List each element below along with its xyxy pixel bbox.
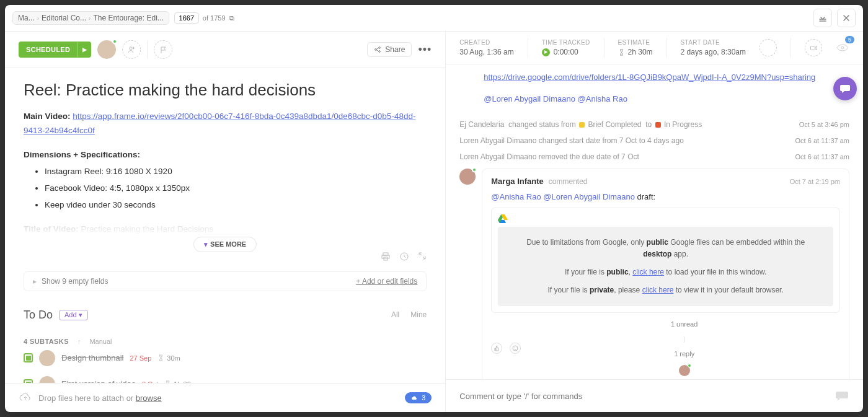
subtask-count: 4 SUBTASKS xyxy=(24,338,69,345)
share-button[interactable]: Share xyxy=(367,42,412,57)
close-button[interactable] xyxy=(837,9,856,27)
expand-icon[interactable] xyxy=(418,252,427,261)
sort-arrow-icon[interactable]: ↑ xyxy=(78,338,81,345)
svg-point-0 xyxy=(130,47,132,50)
activity-icon[interactable] xyxy=(399,252,409,261)
presence-dot-icon xyxy=(112,39,117,44)
page-of-label: of 1759 xyxy=(203,14,226,22)
add-assignee-button[interactable] xyxy=(122,40,141,59)
task-pager: of 1759 ⧉ xyxy=(174,12,234,24)
subtask-due[interactable]: 27 Sep xyxy=(130,354,151,362)
mention[interactable]: @Loren Abygail Dimaano xyxy=(484,94,575,103)
open-new-icon[interactable]: ⧉ xyxy=(229,14,234,22)
hourglass-icon xyxy=(164,380,171,383)
more-menu-button[interactable]: ••• xyxy=(418,43,432,56)
unread-count[interactable]: 1 unread xyxy=(671,320,698,328)
caret-right-icon[interactable]: ▶ xyxy=(78,42,91,57)
drive-link[interactable]: https://drive.google.com/drive/folders/1… xyxy=(484,72,815,82)
mention[interactable]: @Anisha Rao xyxy=(578,94,627,103)
main-video-link[interactable]: https://app.frame.io/reviews/2f00cb00-06… xyxy=(24,112,415,135)
crumb-space[interactable]: Editorial Co... xyxy=(42,14,86,22)
comment-author[interactable]: Marga Infante xyxy=(491,177,544,186)
activity-time: Oct 6 at 11:37 am xyxy=(795,137,849,144)
activity-time: Oct 6 at 11:37 am xyxy=(795,153,849,160)
task-title[interactable]: Reel: Practice making the hard decisions xyxy=(24,81,427,100)
subtask-row[interactable]: Design thumbnail 27 Sep 30m xyxy=(24,345,427,371)
watchers-button[interactable]: 5 xyxy=(836,41,849,55)
attachments-dropzone[interactable]: Drop files here to attach or browse 3 xyxy=(5,383,445,412)
status-swatch-icon xyxy=(655,122,661,128)
add-fields-button[interactable]: + Add or edit fields xyxy=(356,277,417,286)
svg-point-12 xyxy=(516,348,516,348)
show-empty-fields[interactable]: Show 9 empty fields xyxy=(42,277,108,286)
sort-mode[interactable]: Manual xyxy=(89,338,112,345)
embed-private-link[interactable]: click here xyxy=(642,286,674,294)
reply-count[interactable]: 1 reply xyxy=(674,350,694,358)
subtask-due[interactable]: 8 Oct xyxy=(142,380,158,383)
estimate-label: ESTIMATE xyxy=(618,39,653,46)
hourglass-icon xyxy=(618,49,625,56)
activity-row: Loren Abygail Dimaano removed the due da… xyxy=(459,152,849,161)
mention[interactable]: @Anisha Rao xyxy=(491,192,541,201)
crumb-list[interactable]: The Entourage: Edi... xyxy=(93,14,163,22)
time-tracked-label: TIME TRACKED xyxy=(542,39,590,46)
status-swatch-icon xyxy=(579,122,585,128)
comment-send-icon[interactable] xyxy=(835,388,849,403)
record-clip-button[interactable] xyxy=(805,39,822,56)
subtask-avatar[interactable] xyxy=(39,376,55,383)
reply-avatar[interactable] xyxy=(679,365,690,376)
person-plus-icon xyxy=(127,45,136,54)
thumbs-up-icon[interactable] xyxy=(491,343,502,354)
print-icon[interactable] xyxy=(381,252,391,261)
embed-preview: Due to limitations from Google, only pub… xyxy=(491,208,840,314)
breadcrumb: Ma... › Editorial Co... › The Entourage:… xyxy=(12,11,169,25)
comment-input[interactable] xyxy=(459,392,835,401)
play-icon[interactable] xyxy=(542,48,550,56)
subtask-row[interactable]: First version of video 8 Oct 1h 30m xyxy=(24,371,427,383)
cloud-icon xyxy=(411,395,418,402)
created-value: 30 Aug, 1:36 am xyxy=(459,48,513,56)
svg-rect-4 xyxy=(383,253,388,255)
chevron-right-icon: › xyxy=(37,15,39,22)
svg-rect-8 xyxy=(810,46,815,50)
comment-excerpt: https://drive.google.com/drive/folders/1… xyxy=(479,71,849,113)
todo-heading: To Do xyxy=(24,309,53,322)
embed-public-link[interactable]: click here xyxy=(632,268,664,276)
tray-down-icon xyxy=(818,14,827,22)
estimate-value[interactable]: 2h 30m xyxy=(618,48,653,56)
filter-all[interactable]: All xyxy=(391,310,399,319)
filter-mine[interactable]: Mine xyxy=(410,310,427,319)
assignee-avatar[interactable] xyxy=(97,40,116,59)
comment: Marga Infante commented Oct 7 at 2:19 pm… xyxy=(459,169,849,379)
checkbox-checked-icon[interactable] xyxy=(24,379,33,383)
share-icon xyxy=(374,46,381,53)
status-button[interactable]: SCHEDULED ▶ xyxy=(19,42,91,58)
comment-avatar[interactable] xyxy=(459,169,476,185)
start-date-value[interactable]: 2 days ago, 8:30am xyxy=(681,48,746,56)
see-more-button[interactable]: ▾SEE MORE xyxy=(193,237,257,252)
attachment-count-pill[interactable]: 3 xyxy=(405,392,432,403)
chevron-right-icon[interactable]: ▸ xyxy=(33,277,37,286)
page-index-input[interactable] xyxy=(174,12,199,24)
subtask-name[interactable]: Design thumbnail xyxy=(61,353,123,362)
subtask-avatar[interactable] xyxy=(39,350,55,366)
add-subtask-button[interactable]: Add ▾ xyxy=(59,310,88,320)
chevron-right-icon: › xyxy=(89,15,91,22)
svg-point-9 xyxy=(841,46,844,49)
svg-point-10 xyxy=(513,346,518,351)
mention[interactable]: @Loren Abygail Dimaano xyxy=(543,192,635,201)
crumb-workspace[interactable]: Ma... xyxy=(18,14,35,22)
priority-flag-button[interactable] xyxy=(154,40,172,59)
activity-row: Loren Abygail Dimaano changed start date… xyxy=(459,136,849,145)
minimize-button[interactable] xyxy=(813,9,832,27)
subtask-name[interactable]: First version of video xyxy=(61,379,136,383)
checkbox-checked-icon[interactable] xyxy=(24,353,33,362)
floating-chat-button[interactable] xyxy=(833,77,857,100)
svg-point-3 xyxy=(379,51,381,53)
comment-time: Oct 7 at 2:19 pm xyxy=(790,178,840,185)
browse-link[interactable]: browse xyxy=(136,393,162,403)
add-reaction-icon[interactable] xyxy=(510,343,521,354)
time-tracked-value[interactable]: 0:00:00 xyxy=(542,48,590,56)
task-description[interactable]: Main Video: https://app.frame.io/reviews… xyxy=(24,110,427,248)
due-date-placeholder[interactable] xyxy=(760,39,777,56)
